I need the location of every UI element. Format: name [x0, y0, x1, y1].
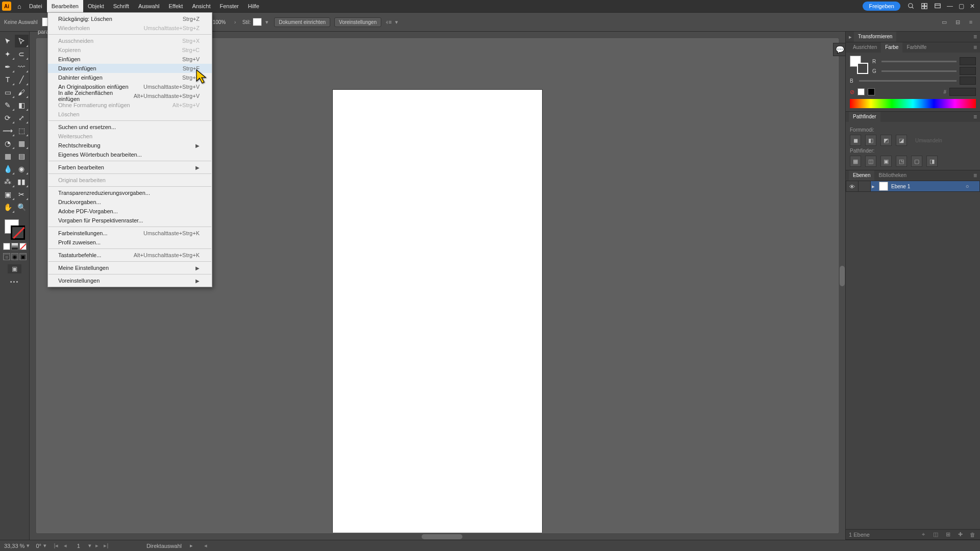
scale-tool[interactable]: ⤢: [15, 111, 29, 124]
make-clipping-mask-icon[interactable]: ◫: [931, 531, 940, 539]
menu-item[interactable]: Suchen und ersetzen...: [48, 122, 212, 132]
first-artboard-icon[interactable]: |◂: [53, 542, 60, 549]
g-slider[interactable]: [881, 70, 957, 72]
isolate-icon[interactable]: ⊟: [952, 17, 963, 27]
menu-item[interactable]: Meine Einstellungen▶: [48, 263, 212, 272]
merge-icon[interactable]: ▣: [880, 156, 892, 167]
menu-item[interactable]: EinfügenStrg+V: [48, 55, 212, 64]
color-spectrum[interactable]: [850, 99, 976, 108]
menu-fenster[interactable]: Fenster: [215, 0, 243, 12]
prev-artboard-icon[interactable]: ◂: [62, 542, 69, 549]
shape-builder-tool[interactable]: ◔: [1, 137, 15, 149]
symbol-sprayer-tool[interactable]: ⁂: [1, 175, 15, 188]
opacity-dropdown-icon[interactable]: ›: [232, 19, 238, 25]
new-layer-icon[interactable]: ✚: [955, 531, 965, 539]
minus-front-icon[interactable]: ◧: [865, 135, 876, 146]
rotate-tool[interactable]: ⟳: [1, 111, 15, 124]
rotate-dropdown-icon[interactable]: ▾: [43, 542, 46, 549]
visibility-icon[interactable]: 👁: [846, 181, 859, 191]
panel-menu-icon[interactable]: ≡: [973, 44, 977, 51]
arrange-documents-icon[interactable]: [919, 1, 930, 12]
lock-toggle[interactable]: [859, 181, 871, 191]
scrollbar-thumb[interactable]: [840, 266, 845, 286]
tab-color[interactable]: Farbe: [881, 42, 902, 53]
mesh-tool[interactable]: ▦: [1, 149, 15, 162]
presentation-icon[interactable]: ▣: [19, 253, 27, 260]
menu-item[interactable]: Dahinter einfügenStrg+B: [48, 73, 212, 82]
shaper-tool[interactable]: ✎: [1, 98, 15, 111]
workspace-switcher-icon[interactable]: [932, 1, 943, 12]
window-close-icon[interactable]: ✕: [967, 3, 978, 10]
artboard-dropdown-icon[interactable]: ▾: [88, 542, 91, 549]
menu-item[interactable]: Transparenzreduzierungsvorgaben...: [48, 188, 212, 197]
intersect-icon[interactable]: ◩: [880, 135, 892, 146]
stroke-color[interactable]: [11, 226, 25, 240]
search-icon[interactable]: [905, 1, 917, 12]
magic-wand-tool[interactable]: ✦: [1, 47, 15, 60]
menu-item[interactable]: In alle Zeichenflächen einfügenAlt+Umsch…: [48, 91, 212, 101]
lasso-tool[interactable]: ⊂: [15, 47, 29, 60]
artboard-number[interactable]: 1: [71, 543, 86, 549]
b-slider[interactable]: [859, 80, 957, 82]
home-icon[interactable]: ⌂: [14, 3, 24, 10]
tab-align[interactable]: Ausrichten: [849, 42, 881, 53]
none-mode-icon[interactable]: [19, 243, 27, 250]
menu-item[interactable]: Rückgängig: LöschenStrg+Z: [48, 14, 212, 23]
panel-menu-icon[interactable]: ≡: [973, 172, 977, 179]
crop-icon[interactable]: ◳: [896, 156, 907, 167]
menu-auswahl[interactable]: Auswahl: [134, 0, 164, 12]
menu-item[interactable]: Profil zuweisen...: [48, 238, 212, 247]
minus-back-icon[interactable]: ◨: [926, 156, 938, 167]
artboard[interactable]: [333, 90, 542, 533]
exclude-icon[interactable]: ◪: [896, 135, 907, 146]
panel-fill-stroke[interactable]: [850, 56, 868, 74]
menu-item[interactable]: Davor einfügenStrg+F: [48, 64, 212, 73]
zoom-tool[interactable]: 🔍: [15, 201, 29, 213]
preferences-button[interactable]: Voreinstellungen: [334, 17, 381, 27]
menu-bearbeiten[interactable]: Bearbeiten: [47, 0, 83, 12]
locate-object-icon[interactable]: ⌖: [919, 531, 928, 539]
opacity-value[interactable]: 100%: [213, 19, 230, 25]
menu-item[interactable]: Voreinstellungen▶: [48, 276, 212, 285]
menu-item[interactable]: Tastaturbefehle...Alt+Umschalttaste+Strg…: [48, 251, 212, 260]
g-value[interactable]: [960, 67, 976, 75]
expand-layer-icon[interactable]: ▸: [872, 183, 875, 190]
status-prev-icon[interactable]: ◂: [202, 542, 209, 549]
slice-tool[interactable]: ✂: [15, 188, 29, 201]
vertical-ruler[interactable]: [30, 39, 37, 533]
pen-tool[interactable]: ✒: [1, 60, 15, 73]
edit-toolbar-icon[interactable]: •••: [10, 279, 19, 285]
layer-name[interactable]: Ebene 1: [891, 184, 962, 189]
comment-icon[interactable]: 💬: [833, 43, 845, 56]
outline-icon[interactable]: ▢: [911, 156, 922, 167]
divide-icon[interactable]: ▦: [850, 156, 861, 167]
r-slider[interactable]: [881, 61, 957, 62]
eyedropper-tool[interactable]: 💧: [1, 162, 15, 175]
document-setup-button[interactable]: Dokument einrichten: [274, 17, 330, 27]
panel-stroke[interactable]: [857, 63, 868, 74]
status-menu-icon[interactable]: ▸: [190, 542, 193, 549]
align-to-icon[interactable]: ⫞≡: [385, 19, 391, 25]
panel-menu-icon[interactable]: ≡: [973, 113, 977, 120]
scrollbar-thumb[interactable]: [422, 534, 462, 539]
style-dropdown-icon[interactable]: ▾: [264, 19, 270, 26]
window-minimize-icon[interactable]: —: [944, 3, 955, 10]
color-mode-icon[interactable]: [3, 243, 10, 250]
menu-objekt[interactable]: Objekt: [83, 0, 109, 12]
full-screen-icon[interactable]: ◉: [11, 253, 18, 260]
hand-tool[interactable]: ✋: [1, 201, 15, 213]
window-maximize-icon[interactable]: ▢: [955, 3, 967, 10]
menu-item[interactable]: Farben bearbeiten▶: [48, 163, 212, 172]
trim-icon[interactable]: ◫: [865, 156, 876, 167]
width-tool[interactable]: ⟿: [1, 124, 15, 137]
direct-selection-tool[interactable]: [15, 35, 29, 47]
paintbrush-tool[interactable]: 🖌: [15, 86, 29, 98]
hex-value[interactable]: [949, 88, 976, 96]
curvature-tool[interactable]: 〰: [15, 60, 29, 73]
fill-stroke-swatches[interactable]: [4, 218, 26, 241]
rectangle-tool[interactable]: ▭: [1, 86, 15, 98]
rotate-value[interactable]: 0°: [36, 543, 41, 549]
menu-item[interactable]: Eigenes Wörterbuch bearbeiten...: [48, 150, 212, 159]
delete-layer-icon[interactable]: 🗑: [968, 531, 977, 539]
line-tool[interactable]: ╱: [15, 73, 29, 86]
